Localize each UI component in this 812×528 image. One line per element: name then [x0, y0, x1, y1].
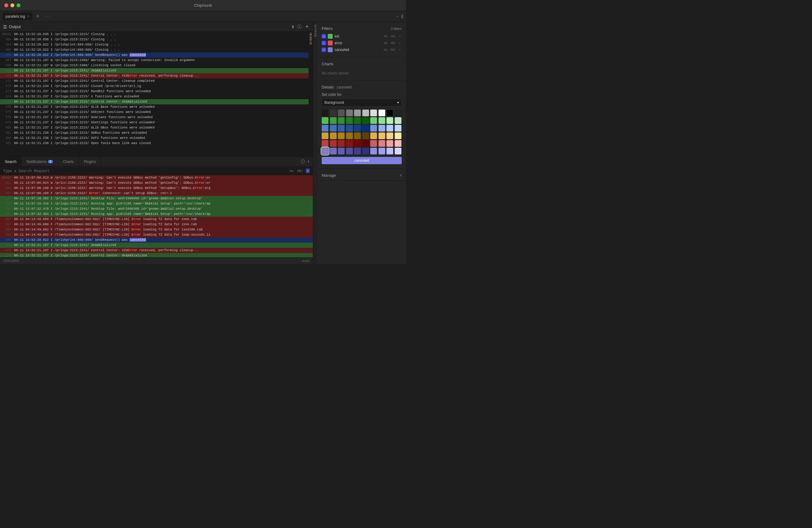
filter-actions-error: Aa AB| ✦ [383, 41, 402, 45]
color-swatch[interactable] [362, 117, 369, 124]
search-settings-icon[interactable]: ⓘ [301, 159, 305, 165]
filter-star-icon[interactable]: ✦ [398, 48, 402, 52]
color-swatch[interactable] [395, 117, 402, 124]
color-swatch[interactable] [346, 125, 353, 132]
tab-charts[interactable]: Charts [58, 157, 79, 166]
search-input[interactable] [3, 169, 286, 173]
color-swatch[interactable] [330, 117, 337, 124]
search-download-icon[interactable]: ⬇ [307, 159, 310, 164]
color-swatch[interactable] [322, 133, 329, 139]
filter-case-icon[interactable]: AB| [390, 34, 397, 39]
color-swatch[interactable] [322, 109, 329, 116]
color-swatch[interactable] [322, 125, 329, 132]
color-swatch[interactable] [378, 133, 385, 139]
filter-checkbox-error[interactable] [322, 41, 326, 45]
color-swatch[interactable] [378, 125, 385, 132]
color-swatch-selected[interactable] [322, 148, 329, 154]
color-swatch[interactable] [338, 148, 345, 154]
filter-font-icon[interactable]: Aa [383, 48, 388, 52]
color-swatch[interactable] [330, 148, 337, 154]
color-swatch[interactable] [338, 140, 345, 147]
color-swatch[interactable] [362, 125, 369, 132]
maximize-button[interactable] [16, 3, 20, 7]
upload-icon[interactable]: ⬆ [291, 25, 295, 29]
color-swatch[interactable] [378, 117, 385, 124]
close-button[interactable] [4, 3, 8, 7]
color-swatch[interactable] [387, 125, 393, 132]
color-swatch[interactable] [387, 140, 393, 147]
color-swatch[interactable] [346, 140, 353, 147]
color-swatch[interactable] [362, 109, 369, 116]
whole-word-option[interactable]: AB| [296, 169, 304, 173]
filter-case-icon[interactable]: AB| [390, 41, 397, 45]
color-swatch[interactable] [395, 125, 402, 132]
color-swatch[interactable] [346, 133, 353, 139]
color-swatch[interactable] [387, 117, 393, 124]
color-swatch[interactable] [330, 140, 337, 147]
color-swatch[interactable] [346, 148, 353, 154]
info-icon[interactable]: ⓘ [297, 24, 302, 30]
color-swatch[interactable] [362, 148, 369, 154]
filter-star-icon[interactable]: ✦ [398, 41, 402, 45]
color-swatch[interactable] [322, 140, 329, 147]
minimize-button[interactable] [10, 3, 14, 7]
color-swatch[interactable] [346, 117, 353, 124]
add-output-button[interactable]: + [304, 24, 310, 30]
color-swatch[interactable] [370, 109, 377, 116]
color-swatch[interactable] [354, 133, 361, 139]
color-swatch[interactable] [322, 117, 329, 124]
new-tab-button[interactable]: + [33, 14, 42, 19]
color-swatch[interactable] [395, 140, 402, 147]
tab-parallels-log[interactable]: parallels.log ✕ [2, 13, 32, 20]
filter-star-icon[interactable]: ✦ [398, 34, 402, 39]
tab-chevron-right-icon[interactable]: → [396, 14, 398, 19]
case-sensitive-option[interactable]: Aa [288, 169, 294, 173]
color-swatch[interactable] [338, 117, 345, 124]
log-line: 478 06-11 13:52:21.237 I /prlsga:2215:22… [0, 115, 308, 120]
color-swatch[interactable] [362, 140, 369, 147]
color-swatch[interactable] [378, 109, 385, 116]
color-swatch[interactable] [387, 109, 393, 116]
color-swatch[interactable] [354, 117, 361, 124]
tab-plugins[interactable]: Plugins [79, 157, 101, 166]
filter-font-icon[interactable]: Aa [383, 34, 388, 39]
color-swatch[interactable] [395, 133, 402, 139]
color-swatch[interactable] [370, 117, 377, 124]
filter-checkbox-canceled[interactable] [322, 48, 326, 52]
color-swatch[interactable] [378, 140, 385, 147]
color-swatch[interactable] [387, 133, 393, 139]
color-swatch[interactable] [330, 133, 337, 139]
tab-chevron-left-icon[interactable]: ⟪ [401, 14, 404, 19]
manage-chevron-icon[interactable]: ∧ [400, 174, 402, 177]
color-swatch[interactable] [338, 125, 345, 132]
log-scrollbar[interactable] [308, 32, 313, 156]
more-tabs-button[interactable]: ··· [42, 15, 53, 18]
color-swatch[interactable] [354, 140, 361, 147]
color-swatch[interactable] [370, 148, 377, 154]
color-swatch[interactable] [362, 133, 369, 139]
color-swatch[interactable] [338, 109, 345, 116]
color-swatch[interactable] [395, 109, 402, 116]
filter-case-icon[interactable]: AB| [390, 48, 397, 52]
tab-search[interactable]: Search [0, 157, 22, 166]
color-swatch[interactable] [346, 109, 353, 116]
color-swatch[interactable] [370, 125, 377, 132]
tab-close-icon[interactable]: ✕ [27, 15, 29, 18]
color-swatch[interactable] [370, 140, 377, 147]
color-swatch[interactable] [338, 133, 345, 139]
color-swatch[interactable] [330, 109, 337, 116]
color-swatch[interactable] [395, 148, 402, 154]
tab-notifications[interactable]: Notifications 1 [22, 157, 58, 166]
color-swatch[interactable] [354, 109, 361, 116]
color-swatch[interactable] [370, 133, 377, 139]
filter-font-icon[interactable]: Aa [383, 41, 388, 45]
color-set-dropdown[interactable]: Background ▾ [322, 99, 402, 106]
filter-checkbox-init[interactable] [322, 34, 326, 39]
color-swatch[interactable] [330, 125, 337, 132]
color-swatch[interactable] [387, 148, 393, 154]
hamburger-icon: ☰ [3, 25, 7, 29]
color-swatch[interactable] [354, 125, 361, 132]
color-swatch[interactable] [378, 148, 385, 154]
regex-option[interactable]: ✦ [306, 168, 310, 173]
color-swatch[interactable] [354, 148, 361, 154]
